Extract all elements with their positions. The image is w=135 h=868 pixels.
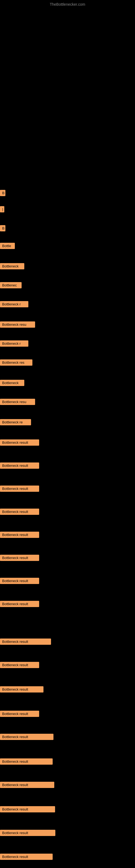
bottleneck-item: Bottleneck result [0,782,54,788]
bottleneck-item: Bottleneck result [0,758,53,765]
bottleneck-item: Bottleneck resu [0,399,35,405]
bottleneck-item: B [0,225,5,231]
bottleneck-item: Bottleneck res [0,360,32,366]
site-title: TheBottlenecker.com [0,0,135,9]
bottleneck-item: Bottleneck r [0,301,28,307]
bottleneck-item: | [0,206,4,212]
bottleneck-item: B [0,190,5,196]
bottleneck-item: Bottleneck result [0,806,55,812]
bottleneck-item: Bottleneck [0,263,24,269]
bottleneck-item: Bottleneck result [0,830,55,836]
bottleneck-item: Bottleneck result [0,463,39,469]
bottleneck-item: Bottleneck result [0,662,39,668]
bottleneck-item: Bottleneck result [0,711,39,717]
bottleneck-item: Bottleneck result [0,601,39,607]
bottleneck-item: Bottleneck resu [0,321,35,328]
bottleneck-item: Bottleneck result [0,508,39,515]
bottleneck-item: Bottleneck result [0,686,43,692]
bottleneck-item: Bottleneck result [0,439,39,446]
bottleneck-item: Bottleneck [0,380,24,386]
bottleneck-item: Bottleneck re [0,419,31,425]
bottleneck-item: Bottle [0,243,15,249]
bottleneck-item: Bottleneck result [0,486,39,492]
bottleneck-item: Bottleneck result [0,639,51,645]
bottleneck-item: Bottleneck r [0,340,28,347]
bottleneck-item: Bottleneck result [0,734,53,740]
bottleneck-item: Bottlenec [0,282,21,288]
bottleneck-item: Bottleneck result [0,555,39,561]
bottleneck-item: Bottleneck result [0,532,39,538]
bottleneck-item: Bottleneck result [0,854,53,860]
bottleneck-item: Bottleneck result [0,578,39,584]
